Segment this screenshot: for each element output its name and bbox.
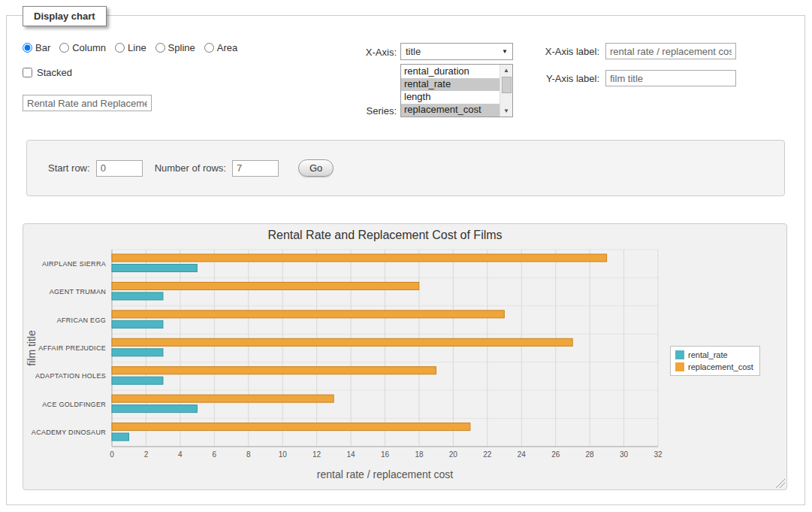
chart-type-column-radio-input[interactable] <box>59 43 69 53</box>
x-axis-select[interactable]: title ▼ <box>400 43 513 60</box>
chart-type-label: Area <box>217 42 237 53</box>
legend-label: replacement_cost <box>688 362 753 371</box>
svg-text:24: 24 <box>518 450 527 459</box>
svg-text:28: 28 <box>586 450 595 459</box>
chart-type-line-radio-input[interactable] <box>115 43 125 53</box>
chart-type-spline-radio-input[interactable] <box>155 43 165 53</box>
number-of-rows-input[interactable] <box>232 160 279 177</box>
series-option-rental_duration[interactable]: rental_duration <box>401 65 500 78</box>
stacked-checkbox-row[interactable]: Stacked <box>23 67 72 78</box>
svg-text:26: 26 <box>551 450 560 459</box>
fieldset-legend: Display chart <box>23 6 107 26</box>
stacked-checkbox[interactable] <box>23 68 32 77</box>
svg-text:14: 14 <box>347 450 356 459</box>
x-axis-selected-value: title <box>406 46 421 57</box>
chart-type-column-radio[interactable]: Column <box>59 42 106 53</box>
number-of-rows-label: Number of rows: <box>155 162 226 174</box>
chart-type-label: Bar <box>35 42 50 53</box>
svg-text:AIRPLANE SIERRA: AIRPLANE SIERRA <box>42 260 106 268</box>
x-axis-label-label: X-Axis label: <box>515 46 599 57</box>
svg-text:0: 0 <box>110 450 114 459</box>
svg-text:AFFAIR PREJUDICE: AFFAIR PREJUDICE <box>38 344 106 352</box>
series-option-replacement_cost[interactable]: replacement_cost <box>401 104 500 117</box>
row-controls-panel: Start row: Number of rows: Go <box>26 140 785 196</box>
scroll-down-icon[interactable]: ▼ <box>500 105 512 117</box>
y-axis-label-input[interactable] <box>605 70 736 86</box>
chart-type-line-radio[interactable]: Line <box>115 42 146 53</box>
svg-text:ACADEMY DINOSAUR: ACADEMY DINOSAUR <box>32 429 106 436</box>
series-options: rental_durationrental_ratelengthreplacem… <box>401 65 500 117</box>
stacked-label: Stacked <box>37 67 72 78</box>
legend-label: rental_rate <box>688 350 728 359</box>
legend-item-replacement_cost[interactable]: replacement_cost <box>675 362 753 371</box>
svg-text:2: 2 <box>144 450 149 459</box>
series-option-rental_rate[interactable]: rental_rate <box>401 78 500 91</box>
select-chevron-down-icon: ▼ <box>502 48 508 55</box>
go-button[interactable]: Go <box>298 159 334 177</box>
svg-text:18: 18 <box>415 450 424 459</box>
svg-text:10: 10 <box>279 450 288 459</box>
svg-text:rental rate / replacement cost: rental rate / replacement cost <box>317 468 453 480</box>
chart-type-label: Column <box>72 42 106 53</box>
scroll-up-icon[interactable]: ▲ <box>500 65 512 76</box>
chart-type-label: Line <box>128 42 146 53</box>
series-list-label: Series: <box>331 105 397 117</box>
series-listbox[interactable]: rental_durationrental_ratelengthreplacem… <box>400 64 513 117</box>
svg-text:ACE GOLDFINGER: ACE GOLDFINGER <box>42 401 106 408</box>
chart-legend[interactable]: rental_ratereplacement_cost <box>670 346 760 376</box>
svg-text:20: 20 <box>449 450 458 459</box>
chart-type-spline-radio[interactable]: Spline <box>155 42 195 53</box>
svg-text:film title: film title <box>26 330 38 366</box>
svg-text:16: 16 <box>381 450 390 459</box>
chart-title-input[interactable] <box>23 95 152 111</box>
svg-text:AGENT TRUMAN: AGENT TRUMAN <box>50 288 106 295</box>
x-axis-label-input[interactable] <box>605 43 736 59</box>
chart-type-bar-radio-input[interactable] <box>23 43 32 53</box>
start-row-input[interactable] <box>96 160 143 177</box>
chart-panel: 02468101214161820222426283032Rental Rate… <box>23 223 787 490</box>
chart-type-radios: BarColumnLineSplineArea <box>23 42 237 53</box>
chart-type-area-radio[interactable]: Area <box>204 42 237 53</box>
svg-text:12: 12 <box>312 450 321 459</box>
x-axis-select-label: X-Axis: <box>331 47 397 58</box>
resize-handle-icon[interactable] <box>776 479 785 488</box>
legend-item-rental_rate[interactable]: rental_rate <box>675 350 753 359</box>
svg-text:22: 22 <box>483 450 492 459</box>
page: Display chart BarColumnLineSplineArea St… <box>0 0 812 512</box>
legend-swatch <box>675 350 684 359</box>
svg-text:ADAPTATION HOLES: ADAPTATION HOLES <box>35 372 106 380</box>
legend-swatch <box>675 362 684 371</box>
chart-type-bar-radio[interactable]: Bar <box>23 42 50 53</box>
scrollbar-thumb[interactable] <box>502 77 512 93</box>
start-row-label: Start row: <box>48 162 90 174</box>
svg-text:4: 4 <box>178 450 183 459</box>
svg-text:AFRICAN EGG: AFRICAN EGG <box>57 317 106 324</box>
svg-text:Rental Rate and Replacement Co: Rental Rate and Replacement Cost of Film… <box>267 229 502 241</box>
y-axis-label-label: Y-Axis label: <box>515 73 599 84</box>
svg-text:6: 6 <box>213 450 217 459</box>
chart-type-label: Spline <box>168 42 195 53</box>
listbox-scrollbar[interactable]: ▲ ▼ <box>500 65 512 117</box>
svg-text:32: 32 <box>654 450 663 459</box>
series-option-length[interactable]: length <box>401 91 500 104</box>
svg-text:30: 30 <box>620 450 629 459</box>
svg-text:8: 8 <box>246 450 251 459</box>
chart-type-area-radio-input[interactable] <box>204 43 214 53</box>
